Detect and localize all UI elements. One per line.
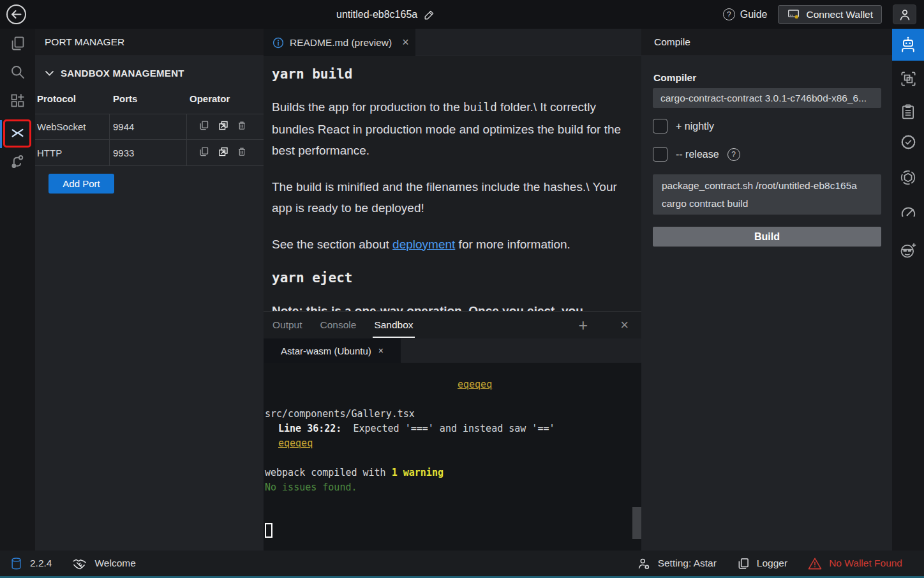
setting-label: Setting: Astar	[658, 558, 717, 569]
search-icon	[9, 63, 26, 80]
inline-code: build	[463, 101, 497, 114]
sandbox-apps-icon	[9, 92, 26, 109]
add-port-button[interactable]: Add Port	[48, 174, 114, 194]
terminal-blank-line	[264, 392, 641, 407]
eslint-rule-link[interactable]: eqeqeq	[458, 379, 492, 390]
cool-face-icon	[899, 241, 917, 259]
compiler-select[interactable]: cargo-contract-contract 3.0.1-c746b0d-x8…	[653, 88, 881, 108]
port-row-actions	[198, 119, 248, 132]
connect-wallet-button[interactable]: Connect Wallet	[778, 5, 882, 24]
handshake-icon	[72, 557, 87, 570]
release-label: -- release	[676, 149, 719, 160]
terminal-file-line: src/components/Gallery.tsx	[264, 407, 641, 422]
close-tab-icon[interactable]: ×	[402, 36, 409, 49]
build-button[interactable]: Build	[653, 227, 881, 247]
setting-button[interactable]: Setting: Astar	[637, 557, 717, 570]
explorer-button[interactable]	[9, 35, 26, 52]
terminal[interactable]: eqeqeq src/components/Gallery.tsx Line 3…	[264, 363, 641, 551]
sandbox-management-section[interactable]: SANDBOX MANAGEMENT	[45, 68, 184, 79]
checklist-button[interactable]	[892, 96, 924, 128]
right-activity-bar	[892, 29, 924, 551]
nightly-checkbox[interactable]	[653, 119, 667, 133]
delete-icon[interactable]	[237, 146, 248, 158]
wallet-icon	[787, 8, 800, 20]
copy-icon[interactable]	[198, 146, 209, 158]
gauge-icon	[900, 204, 917, 221]
copy-icon[interactable]	[198, 119, 209, 132]
logger-button[interactable]: Logger	[737, 557, 787, 570]
port-row-protocol: HTTP	[37, 148, 62, 158]
back-button[interactable]	[6, 4, 27, 25]
tab-output[interactable]: Output	[272, 313, 302, 337]
col-header-ports: Ports	[113, 93, 137, 104]
certification-button[interactable]	[892, 126, 924, 158]
paragraph-build: Builds the app for production to the bui…	[272, 96, 622, 162]
port-manager-header: PORT MANAGER	[35, 29, 264, 56]
welcome-button[interactable]: Welcome	[94, 558, 135, 569]
version-label[interactable]: 2.2.4	[30, 558, 52, 569]
fun-mode-button[interactable]	[892, 234, 924, 266]
paragraph-note: Note: this is a one-way operation. Once …	[272, 300, 622, 311]
port-row-port: 9933	[113, 148, 134, 158]
search-button[interactable]	[9, 63, 26, 80]
compiler-value: cargo-contract-contract 3.0.1-c746b0d-x8…	[660, 93, 867, 104]
terminal-blank-line	[264, 451, 641, 466]
edit-title-icon[interactable]	[424, 9, 435, 20]
terminal-webpack-line: webpack compiled with 1 warning	[264, 466, 641, 480]
bottom-panel: Output Console Sandbox + × Astar-wasm (U…	[264, 311, 641, 551]
editor-area: README.md (preview) × yarn build Builds …	[264, 29, 641, 551]
tab-console[interactable]: Console	[320, 313, 357, 337]
warning-icon	[808, 557, 822, 570]
close-panel-icon[interactable]: ×	[620, 319, 629, 331]
scan-button[interactable]	[892, 63, 924, 95]
close-session-icon[interactable]: ×	[378, 346, 384, 356]
chevron-down-icon	[45, 70, 54, 77]
col-header-protocol: Protocol	[37, 93, 76, 104]
tab-sandbox[interactable]: Sandbox	[374, 313, 413, 337]
deployment-link[interactable]: deployment	[392, 238, 455, 251]
active-item-indicator	[0, 120, 2, 148]
table-divider	[35, 139, 264, 140]
delete-icon[interactable]	[237, 119, 248, 132]
editor-tab-bar: README.md (preview) ×	[264, 29, 641, 56]
open-external-icon[interactable]	[218, 146, 228, 158]
guide-button[interactable]: ? Guide	[723, 8, 768, 20]
eslint-rule-link[interactable]: eqeqeq	[278, 437, 313, 449]
logs-icon	[737, 557, 750, 570]
no-wallet-warning[interactable]: No Wallet Found	[808, 557, 902, 570]
deploy-graph-button[interactable]	[9, 153, 26, 171]
git-branch-icon	[9, 153, 26, 171]
release-help-icon[interactable]: ?	[727, 148, 740, 161]
sandbox-session-tab[interactable]: Astar-wasm (Ubuntu) ×	[264, 338, 401, 363]
port-row-protocol: WebSocket	[37, 121, 86, 132]
col-header-operator: Operator	[190, 93, 230, 104]
account-button[interactable]	[893, 4, 916, 24]
user-icon	[898, 8, 912, 22]
open-external-icon[interactable]	[218, 119, 228, 132]
compile-panel: Compile Compiler cargo-contract-contract…	[641, 29, 892, 551]
build-command-box[interactable]: package_contract.sh /root/untitled-eb8c1…	[653, 174, 881, 215]
files-icon	[9, 35, 26, 52]
arrow-left-icon	[6, 4, 27, 25]
compile-header: Compile	[641, 29, 892, 56]
sandbox-apps-button[interactable]	[9, 92, 26, 109]
scan-icon	[900, 70, 917, 87]
status-left-group: 2.2.4 Welcome	[10, 551, 136, 576]
gas-meter-button[interactable]	[892, 196, 924, 228]
red-highlight-box	[3, 119, 31, 148]
session-tab-label: Astar-wasm (Ubuntu)	[281, 346, 371, 356]
chatgpt-button[interactable]	[892, 162, 924, 194]
terminal-scrollbar[interactable]	[632, 507, 641, 539]
new-session-icon[interactable]: +	[579, 319, 588, 331]
connect-wallet-label: Connect Wallet	[806, 9, 873, 20]
table-divider	[109, 114, 110, 165]
badge-check-icon	[900, 133, 917, 151]
ai-assistant-button[interactable]	[892, 29, 924, 61]
command-line: package_contract.sh /root/untitled-eb8c1…	[662, 177, 872, 195]
readme-tab[interactable]: README.md (preview) ×	[264, 29, 415, 56]
top-bar: untitled-eb8c165a ? Guide	[0, 0, 924, 29]
release-checkbox[interactable]	[653, 147, 667, 162]
paragraph-deployment: See the section about deployment for mor…	[272, 234, 622, 255]
help-icon: ?	[723, 8, 735, 20]
session-tab-bar: Astar-wasm (Ubuntu) ×	[264, 338, 641, 363]
